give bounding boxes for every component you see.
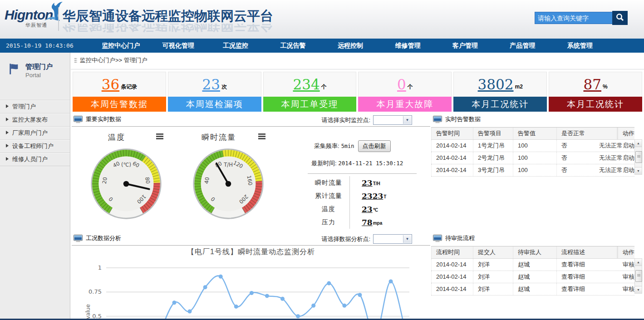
svg-text:80: 80 (144, 177, 151, 184)
scroll-down-button[interactable]: ▼ (635, 167, 642, 174)
caret-icon (6, 131, 9, 134)
alarm-table-body: 2014-02-141号龙门吊100否无法正常启动 2014-02-142号龙门… (431, 140, 642, 177)
nav-item[interactable]: 产品管理 (494, 39, 551, 53)
table-row[interactable]: 2014-02-14刘洋赵城查看详细审核 (431, 259, 634, 271)
monitor-icon (74, 235, 83, 242)
nav-item[interactable]: 工况告警 (264, 39, 321, 53)
stat-card-top: 36 条记录 (73, 72, 166, 97)
table-cell: 2014-02-14 (431, 259, 473, 271)
stat-value[interactable]: 23 (202, 78, 220, 92)
reading-value[interactable]: 78 (362, 218, 373, 227)
table-cell: 否 (556, 152, 595, 164)
caret-icon (6, 104, 9, 108)
table-cell: 赵城 (513, 271, 556, 283)
stat-value[interactable]: 3802 (478, 78, 514, 92)
stat-unit: 条记录 (121, 83, 137, 91)
dropdown-arrow-icon[interactable]: ▼ (403, 235, 411, 243)
search-button[interactable] (612, 11, 628, 25)
nav-item[interactable]: 客户管理 (437, 39, 494, 53)
table-row[interactable]: 2014-02-141号龙门吊100否无法正常启动 (431, 140, 634, 152)
analysis-point-selector: 请选择数据分析点: ▼ (321, 234, 412, 244)
table-row[interactable]: 2014-02-142号龙门吊100否无法正常启动 (431, 152, 634, 164)
breadcrumb: 监控中心门户>> 管理门户 (74, 56, 147, 64)
page: Hignton 华辰智通 华辰智通设备远程监控物联网云平台 华辰智通设备远程监控… (0, 0, 644, 320)
caret-icon (6, 157, 9, 161)
panel-title: 实时告警数据 (445, 115, 481, 123)
nav-item[interactable]: 监控中心门户 (92, 39, 149, 53)
freq-label: 采集频率: (314, 142, 339, 150)
stat-card: 3802 m2 本月工况统计 (453, 72, 547, 112)
gauge-menu-icon[interactable] (258, 133, 265, 140)
realtime-panel: 重要实时数据 请选择实时监控点: ▼ 温度 020406080100(℃) (72, 114, 430, 232)
scroll-up-button[interactable]: ▲ (635, 140, 642, 147)
caret-icon (6, 118, 9, 121)
table-row[interactable]: 2014-02-143号龙门吊100否无法正常启动 (431, 164, 634, 177)
sidebar-subtitle: Portal (25, 72, 41, 79)
stat-value[interactable]: 36 (102, 78, 119, 92)
sidebar-item-label: 设备工程师门户 (12, 143, 54, 149)
sidebar-item-label: 厂家用户门户 (12, 129, 48, 136)
breadcrumb-divider (71, 69, 644, 69)
svg-text:T/H: T/H (223, 162, 233, 168)
sidebar-title: 管理门户 (25, 63, 53, 71)
monitor-icon (433, 116, 442, 123)
stat-card-top: 234 个 (263, 72, 357, 97)
scroll-thumb[interactable] (635, 151, 642, 163)
reading-value-cell: 23 T/H (349, 176, 380, 189)
table-cell: 2014-02-14 (431, 283, 473, 295)
scroll-down-button[interactable]: ▼ (635, 286, 642, 293)
nav-item[interactable]: 维修管理 (379, 39, 436, 53)
search-input[interactable] (535, 12, 614, 24)
table-row[interactable]: 2014-02-14刘洋赵城查看详细审核 (431, 283, 634, 295)
table-row[interactable]: 2014-02-14刘洋赵城查看详细审核 (431, 271, 634, 283)
table-cell: 2014-02-14 (431, 271, 473, 283)
dropdown-arrow-icon[interactable]: ▼ (403, 116, 411, 124)
reading-value[interactable]: 23 (362, 205, 373, 214)
gauge-menu-icon[interactable] (156, 133, 163, 140)
svg-text:0.75: 0.75 (88, 288, 102, 295)
nav-item[interactable]: 可视化管理 (149, 39, 206, 53)
table-cell: 审核 (618, 271, 634, 283)
reading-value[interactable]: 23 (362, 178, 373, 187)
scroll-thumb[interactable] (635, 270, 642, 282)
sidebar-header: 管理门户 Portal (0, 53, 70, 100)
sidebar-item-label: 维修人员门户 (12, 156, 48, 162)
monitor-point-select[interactable]: ▼ (373, 115, 412, 125)
nav-item[interactable]: 系统管理 (551, 39, 609, 53)
svg-text:1: 1 (98, 264, 102, 271)
table-cell: 审核 (618, 259, 634, 271)
vertical-scrollbar[interactable]: ▲ ▼ (634, 139, 642, 175)
stat-value[interactable]: 0 (397, 78, 406, 92)
sidebar-item[interactable]: 设备工程师门户 (0, 139, 70, 153)
svg-text:20: 20 (101, 177, 108, 184)
stat-cards: 36 条记录 本周告警数据 23 次 本周巡检漏项 234 (73, 72, 642, 112)
sidebar-item[interactable]: 维修人员门户 (0, 153, 70, 166)
stat-card-top: 3802 m2 (453, 72, 547, 97)
select-label: 请选择实时监控点: (321, 116, 370, 124)
vertical-scrollbar[interactable]: ▲ ▼ (634, 258, 642, 294)
svg-text:40: 40 (203, 177, 211, 184)
table-header-cell: 提交人 (473, 246, 513, 258)
nav-item[interactable]: 工况监控 (207, 39, 264, 53)
nav-item[interactable]: 远程控制 (322, 39, 379, 53)
table-cell: 刘洋 (473, 271, 513, 283)
analysis-panel: 工况数据分析 请选择数据分析点: ▼ 【电厂1号线】瞬时流量动态监测分析 10.… (72, 233, 430, 320)
sidebar-item[interactable]: 厂家用户门户 (0, 126, 70, 139)
refresh-button[interactable]: 点击刷新 (358, 140, 391, 152)
temperature-gauge-block: 温度 020406080100(℃) (84, 132, 175, 223)
scroll-up-button[interactable]: ▲ (635, 259, 642, 266)
reading-label: 累计流量 (308, 192, 349, 200)
approvals-panel-header: 待审批流程 (431, 233, 642, 245)
reading-value[interactable]: 2323 (362, 192, 383, 201)
table-header-cell: 动作 (617, 128, 634, 139)
logo-subtext: 华辰智通 (25, 22, 58, 29)
analysis-point-select[interactable]: ▼ (373, 234, 412, 244)
sidebar-item[interactable]: 管理门户 (0, 100, 70, 113)
stat-value[interactable]: 234 (293, 78, 320, 92)
table-cell: 审核 (618, 283, 634, 295)
stat-value[interactable]: 87 (583, 78, 601, 92)
table-cell: 查看详细 (556, 259, 618, 271)
search-box (535, 12, 614, 24)
sidebar-item[interactable]: 监控大屏发布 (0, 113, 70, 126)
approval-table: 流程时间提交人待审批人流程描述动作 2014-02-14刘洋赵城查看详细审核 2… (431, 246, 642, 295)
